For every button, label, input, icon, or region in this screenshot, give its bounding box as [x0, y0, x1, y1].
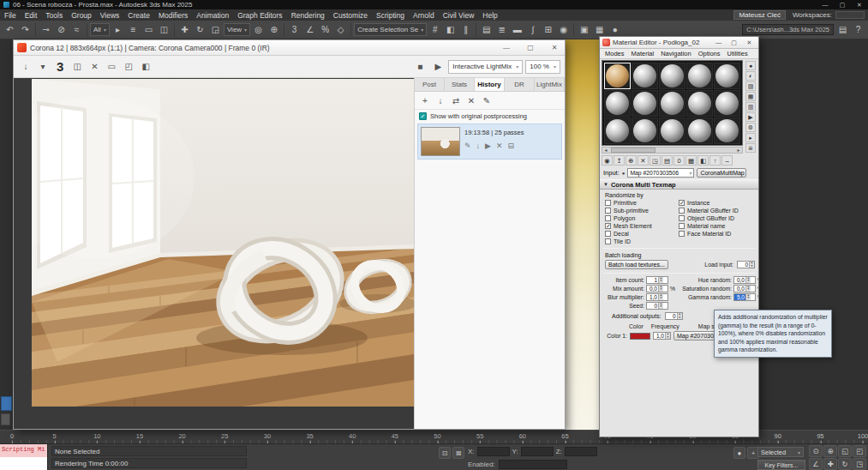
randomize-mesh-element[interactable]: ✓Mesh Element: [605, 222, 679, 230]
load-entry-icon[interactable]: ▶: [485, 142, 491, 150]
schematic-view-icon[interactable]: ⊞: [541, 22, 555, 37]
select-and-link-icon[interactable]: ⊸: [39, 22, 53, 37]
create-selection-set-dropdown[interactable]: Create Selection Se▾: [354, 23, 427, 36]
named-selection-sets-icon[interactable]: #: [428, 22, 442, 37]
sample-scrollbar[interactable]: ◄ ►: [602, 147, 743, 154]
color1-frequency-field-spinner[interactable]: ▴▾: [665, 333, 670, 339]
batch-load-textures-button[interactable]: Batch load textures...: [605, 260, 668, 269]
pan-icon[interactable]: ✚: [823, 458, 837, 470]
scroll-thumb[interactable]: [611, 148, 655, 153]
curve-editor-icon[interactable]: ∫: [525, 22, 540, 37]
material-slot-1[interactable]: [604, 63, 631, 89]
load-input-field[interactable]: 0▴▾: [737, 261, 755, 268]
spinner-snap-icon[interactable]: ◇: [333, 22, 348, 37]
close-entry-icon[interactable]: ✕: [496, 142, 503, 150]
help-search-icon[interactable]: ?: [851, 22, 865, 37]
color1-swatch[interactable]: [630, 333, 650, 340]
randomize-face-material-id[interactable]: Face Material ID: [679, 230, 739, 238]
menu-file[interactable]: File: [0, 9, 21, 21]
menu-create[interactable]: Create: [123, 9, 154, 21]
param-field-saturation-random[interactable]: 0,0▴▾: [733, 285, 756, 292]
material-type-button[interactable]: CoronaMultiMap: [697, 168, 746, 178]
material-id-channel-icon[interactable]: 0: [673, 155, 685, 166]
save-image-icon[interactable]: ↓: [18, 59, 33, 75]
edit-snapshot-icon[interactable]: ✎: [464, 142, 471, 150]
param-field-gamma-random[interactable]: 5,0▴▾: [733, 293, 756, 301]
history-thumbnail[interactable]: [421, 127, 460, 156]
param-field-blur-multiplier-spin-down[interactable]: ▾: [659, 297, 663, 299]
scroll-right-icon[interactable]: ►: [735, 148, 742, 153]
material-slot-6[interactable]: [604, 90, 631, 117]
timeline-label-60[interactable]: 60: [519, 432, 526, 440]
docked-panel-tab-blue[interactable]: [1, 396, 12, 411]
vfb-title-bar[interactable]: Corona 12 | 883x664px (1:1) | Camera: Co…: [14, 40, 565, 56]
param-field-item-count[interactable]: 1▴▾: [646, 276, 668, 284]
param-field-hue-random[interactable]: 0,0▴▾: [733, 276, 756, 284]
start-render-icon[interactable]: ▶: [430, 59, 446, 75]
me-close-button[interactable]: ✕: [743, 38, 756, 48]
rollout-corona-multi-texmap[interactable]: ▼ Corona Multi Texmap: [600, 179, 758, 190]
undo-icon[interactable]: ↶: [3, 22, 17, 37]
param-field-seed-spinner[interactable]: ▴▾: [658, 303, 663, 309]
maximize-viewport-icon[interactable]: ◳: [853, 458, 866, 470]
timeline-label-95[interactable]: 95: [817, 432, 823, 440]
viewport-scene-strip[interactable]: [566, 39, 600, 430]
app-title-bar[interactable]: 06 - Scena robocza - Prosta.max - Autode…: [0, 0, 868, 9]
input-socket-icon[interactable]: ●: [622, 171, 626, 176]
me-menu-navigation[interactable]: Navigation: [657, 50, 694, 57]
randomize-object-gbuffer-id[interactable]: Object GBuffer ID: [679, 214, 739, 222]
randomize-mesh-element-checkbox[interactable]: ✓: [605, 223, 611, 229]
select-and-manipulate-icon[interactable]: ⊕: [266, 22, 281, 37]
video-color-check-icon[interactable]: ▥: [745, 102, 756, 111]
mirror-icon[interactable]: ◧: [443, 22, 458, 37]
param-field-gamma-random-spin-down[interactable]: ▾: [746, 297, 751, 299]
randomize-sub-primitive-checkbox[interactable]: [605, 208, 611, 214]
orbit-icon[interactable]: ↻: [838, 458, 852, 470]
randomize-polygon-checkbox[interactable]: [605, 215, 611, 221]
menu-rendering[interactable]: Rendering: [287, 9, 329, 21]
render-setup-icon[interactable]: ▣: [577, 22, 591, 37]
additional-outputs-field[interactable]: 0▴▾: [665, 312, 683, 320]
clear-image-icon[interactable]: ✕: [87, 59, 102, 75]
save-options-caret-icon[interactable]: ▾: [35, 59, 51, 75]
duplicate-to-new-window-icon[interactable]: ◫: [69, 59, 85, 75]
selection-filter-dropdown[interactable]: All▾: [90, 23, 110, 36]
note-icon[interactable]: ✎: [480, 93, 494, 107]
region-render-icon[interactable]: ▭: [104, 59, 119, 75]
randomize-decal-checkbox[interactable]: [605, 231, 611, 237]
param-field-hue-random-spin-down[interactable]: ▾: [746, 280, 751, 282]
me-menu-options[interactable]: Options: [695, 50, 724, 57]
backlight-icon[interactable]: ◐: [745, 71, 756, 81]
reference-coordinate-dropdown[interactable]: View▾: [224, 23, 250, 36]
maximize-button[interactable]: ▢: [834, 0, 851, 9]
material-map-navigator-icon[interactable]: ≣: [745, 143, 756, 153]
macro-recorder-pane[interactable]: Scripting Mi: [0, 444, 47, 457]
zoom-all-icon[interactable]: ⊕: [823, 445, 837, 457]
zoom-dropdown[interactable]: 100 % ▾: [525, 60, 560, 74]
zoom-extents-all-icon[interactable]: ◰: [853, 445, 866, 457]
color1-frequency-field[interactable]: 1,0▴▾: [653, 332, 671, 340]
assign-to-selection-icon[interactable]: ⊕: [626, 155, 637, 166]
additional-outputs-field-spin-down[interactable]: ▾: [678, 316, 682, 319]
randomize-primitive-checkbox[interactable]: [605, 200, 611, 206]
vfb-tab-dr[interactable]: DR: [505, 78, 535, 91]
material-slot-5[interactable]: [714, 63, 740, 89]
timeline-label-100[interactable]: 100: [858, 432, 868, 440]
additional-outputs-field-spinner[interactable]: ▴▾: [677, 313, 682, 319]
timeline-label-30[interactable]: 30: [264, 432, 271, 440]
vfb-tab-lightmix[interactable]: LightMix: [535, 78, 565, 91]
randomize-instance[interactable]: ✓Instance: [679, 199, 739, 207]
randomize-object-gbuffer-id-checkbox[interactable]: [679, 215, 685, 221]
timeline-label-10[interactable]: 10: [93, 432, 100, 440]
show-map-in-viewport-icon[interactable]: ▦: [685, 155, 697, 166]
rendered-frame-window-icon[interactable]: ▦: [592, 22, 607, 37]
save-entry-icon[interactable]: ↓: [476, 142, 481, 150]
menu-help[interactable]: Help: [478, 9, 501, 21]
coord-field-x[interactable]: [477, 447, 510, 456]
param-field-mix-amount[interactable]: 0,0▴▾: [646, 285, 668, 292]
vfb-minimize-button[interactable]: —: [496, 40, 517, 55]
user-account-button[interactable]: Mateusz Cieć: [733, 10, 785, 20]
key-filters-button[interactable]: Key Filters...: [757, 460, 805, 470]
minimize-button[interactable]: —: [817, 0, 834, 9]
material-slot-9[interactable]: [686, 90, 713, 117]
